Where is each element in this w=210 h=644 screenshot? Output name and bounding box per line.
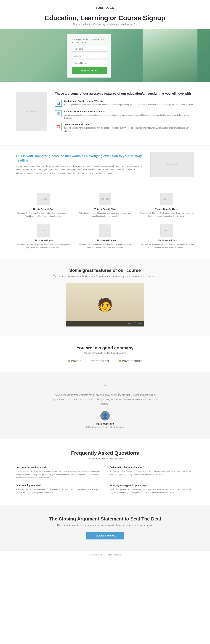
quote-mark-icon: " (16, 384, 194, 391)
video-progress-bar[interactable] (71, 324, 127, 324)
benefit-icon-3: 100 x 400 (161, 193, 173, 205)
feature-item-2: 🔄 Convert More Leads and Customers An op… (55, 110, 194, 120)
feature-text-1: Understand Traffic to Your Website With … (64, 100, 194, 106)
video-character: 🧑 (97, 297, 113, 312)
supporting-image: 450 x 250 (150, 152, 194, 177)
envato-leaf-icon: ✿ (67, 359, 70, 363)
benefit-desc-4: Talk about the fourth benefit of your pr… (16, 243, 71, 249)
feature-icon-1: 📊 (55, 100, 62, 107)
testimonial-role: CEO & Founder of Another Great Company (16, 426, 194, 428)
testimonial-avatar: 👤 (100, 411, 110, 420)
benefit-icon-6: 100 x 100 (161, 224, 173, 236)
feature-desc-2: An optimized funnel means more customers… (64, 114, 194, 120)
feature-icon-2: 🔄 (55, 110, 62, 117)
faq-answer-3: Absolutely. You can switch between our p… (16, 488, 100, 494)
benefit-item-1: 100 x 100 This is Benefit One Talk about… (16, 193, 71, 218)
email-input[interactable] (72, 53, 107, 59)
play-button[interactable]: ▶ (68, 322, 69, 325)
feature-title-3: Save Money and Time (64, 123, 194, 126)
faq-grid: How does the free trial work? Our 10 day… (16, 466, 194, 494)
benefit-icon-1: 100 x 100 (37, 193, 50, 205)
faq-answer-2: No. You get the full featured, unlimited… (110, 470, 195, 476)
closing-section: The Closing Argument Statement to Seal T… (0, 505, 210, 550)
fullscreen-icon[interactable]: ⛶ (134, 322, 136, 326)
supporting-text: This is your supporting headline that wo… (16, 154, 143, 175)
hero-form-intro: This is your introduction to the form an… (72, 38, 107, 44)
request-quote-button[interactable]: Request Quote (72, 67, 107, 74)
benefits-grid: 100 x 100 This is Benefit One Talk about… (16, 193, 194, 249)
supporting-headline: This is your supporting headline that wo… (16, 154, 143, 162)
benefit-title-1: This is Benefit One (16, 208, 71, 210)
vimeo-controls: ⛶ vimeo (134, 322, 143, 326)
hero-form: This is your introduction to the form an… (67, 34, 111, 78)
features-title: These are some of our awesome features o… (55, 92, 194, 96)
footer-text: © 2015 All In One. All Rights Reserved. (89, 554, 121, 556)
video-progress-fill (71, 324, 82, 324)
video-controls[interactable]: ▶ 00:15 ⛶ vimeo (66, 321, 144, 326)
benefit-desc-3: Talk about the third benefit of your pro… (139, 212, 194, 218)
logo: YOUR LOGO (92, 5, 118, 11)
feature-icon-3: ⏰ (55, 123, 62, 130)
benefit-icon-2: 100 x 100 (99, 193, 111, 205)
company-subtitle: We are funded with world's trusted brand… (16, 352, 194, 354)
testimonial-quote: I have been using this template for all … (50, 393, 160, 406)
benefit-desc-6: Talk about the sixth benefit of your pro… (139, 243, 194, 249)
company-title: You are in a good company (16, 346, 194, 350)
header: YOUR LOGO Education, Learning or Course … (0, 0, 210, 29)
feature-item-3: ⏰ Save Money and Time Execute on your ma… (55, 123, 194, 132)
closing-subtitle: This is your supporting closing argument… (16, 524, 194, 527)
faq-question-1: How does the free trial work? (16, 466, 100, 468)
benefit-desc-1: Talk about the first benefit of your pro… (16, 212, 71, 218)
video-time: 00:15 (128, 323, 132, 325)
supporting-body: You can use this space to inform the vis… (16, 164, 143, 175)
faq-answer-4: We accept payments from MasterCard, Visa… (110, 488, 195, 494)
feature-desc-1: With segmentation reports you'll know wh… (64, 103, 194, 106)
features-content: These are some of our awesome features o… (55, 92, 194, 136)
page-title: Education, Learning or Course Signup (3, 14, 207, 22)
benefit-title-2: This is Benefit Two (77, 208, 133, 210)
avatar-face-icon: 👤 (102, 413, 108, 419)
feature-desc-3: Execute on your marketing campaigns with… (64, 126, 194, 132)
features-section: 400 x 420 These are some of our awesome … (0, 82, 210, 146)
features-image: 400 x 420 (16, 92, 47, 131)
brand-themeforest-label: themeforest (91, 359, 109, 363)
company-section: You are in a good company We are funded … (0, 336, 210, 372)
closing-cta-button[interactable]: REQUEST QUOTE (86, 532, 124, 540)
benefit-title-4: This is Benefit Four (16, 239, 71, 242)
benefit-item-4: 100 x 100 This is Benefit Four Talk abou… (16, 224, 71, 249)
faq-item-2: Do I need to choose a plan now? No. You … (110, 466, 195, 479)
benefit-desc-2: Talk about the second benefit of your pr… (77, 212, 133, 218)
brand-envato-studio-label: envato studio (122, 359, 143, 363)
video-player[interactable]: 🧑 ▶ 00:15 ⛶ vimeo (66, 283, 144, 327)
hero-image (143, 29, 198, 82)
faq-answer-1: Our 10 day trial is 100% free and does n… (16, 470, 100, 479)
phone-input[interactable] (72, 60, 107, 66)
benefit-item-5: 100 x 100 This is Benefit Five Talk abou… (77, 224, 133, 249)
benefit-item-2: 100 x 100 This is Benefit Two Talk about… (77, 193, 133, 218)
video-title: Some great features of our course (16, 268, 194, 273)
benefit-title-6: This is Benefit Six (139, 239, 194, 242)
benefit-desc-5: Talk about the fifth benefit of your pro… (77, 243, 133, 249)
feature-title-1: Understand Traffic to Your Website (64, 100, 194, 102)
faq-question-2: Do I need to choose a plan now? (110, 466, 195, 468)
faq-item-1: How does the free trial work? Our 10 day… (16, 466, 100, 479)
benefit-item-3: 100 x 400 This is Benefit Three Talk abo… (139, 193, 194, 218)
hero-section: This is your introduction to the form an… (0, 29, 210, 82)
benefit-item-6: 100 x 100 This is Benefit Six Talk about… (139, 224, 194, 249)
faq-title: Frequently Asked Questions (16, 450, 194, 456)
video-content: 🧑 (66, 283, 144, 326)
brand-envato-studio: ✿ envato studio (118, 359, 143, 363)
feature-text-3: Save Money and Time Execute on your mark… (64, 123, 194, 132)
faq-subtitle: Got questions? We have got answers (16, 457, 194, 460)
fullname-input[interactable] (72, 46, 107, 52)
benefit-icon-4: 100 x 100 (37, 224, 50, 236)
hero-background (143, 29, 198, 82)
brand-envato: ✿ envato (67, 359, 81, 363)
faq-item-3: Can I switch plans later? Absolutely. Yo… (16, 484, 100, 494)
faq-section: Frequently Asked Questions Got questions… (0, 439, 210, 505)
faq-question-4: What payment types do you accept? (110, 484, 195, 486)
testimonial-name: Mark Wainright (16, 422, 194, 425)
feature-item-1: 📊 Understand Traffic to Your Website Wit… (55, 100, 194, 107)
brand-envato-label: envato (71, 359, 81, 363)
closing-title: The Closing Argument Statement to Seal T… (16, 516, 194, 522)
